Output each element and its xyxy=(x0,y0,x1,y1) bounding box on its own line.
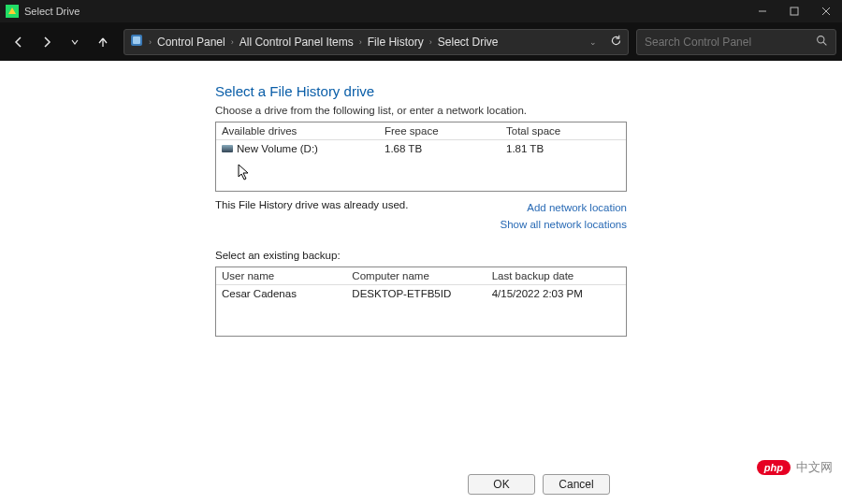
search-icon[interactable] xyxy=(816,35,828,50)
breadcrumb[interactable]: Select Drive xyxy=(438,36,499,49)
backups-header-row: User name Computer name Last backup date xyxy=(216,267,626,285)
existing-backup-label: Select an existing backup: xyxy=(215,250,842,261)
watermark-logo: php xyxy=(757,460,791,475)
show-all-network-locations-link[interactable]: Show all network locations xyxy=(500,216,627,233)
drive-icon xyxy=(222,145,233,152)
navbar: › Control Panel › All Control Panel Item… xyxy=(0,22,842,61)
window-title: Select Drive xyxy=(24,6,80,17)
col-computer-name[interactable]: Computer name xyxy=(346,267,486,284)
chevron-right-icon: › xyxy=(231,37,234,47)
forward-button[interactable] xyxy=(34,29,60,55)
button-bar: OK Cancel xyxy=(468,474,610,495)
backup-row[interactable]: Cesar Cadenas DESKTOP-ETFB5ID 4/15/2022 … xyxy=(216,285,626,302)
col-total-space[interactable]: Total space xyxy=(501,122,622,139)
minimize-button[interactable] xyxy=(747,0,778,22)
refresh-button[interactable] xyxy=(610,35,622,50)
ok-button[interactable]: OK xyxy=(468,474,535,495)
content-area: Select a File History drive Choose a dri… xyxy=(0,61,842,504)
up-button[interactable] xyxy=(90,29,116,55)
breadcrumb[interactable]: All Control Panel Items xyxy=(240,36,354,49)
search-box[interactable] xyxy=(636,29,836,55)
watermark-text: 中文网 xyxy=(796,459,833,476)
svg-rect-2 xyxy=(791,7,798,15)
drive-total: 1.81 TB xyxy=(501,140,622,157)
col-last-backup-date[interactable]: Last backup date xyxy=(486,267,626,284)
maximize-button[interactable] xyxy=(778,0,810,22)
drive-name: New Volume (D:) xyxy=(237,143,318,154)
chevron-right-icon: › xyxy=(149,37,152,47)
breadcrumb[interactable]: Control Panel xyxy=(157,36,225,49)
backups-listbox[interactable]: User name Computer name Last backup date… xyxy=(215,266,627,337)
col-user-name[interactable]: User name xyxy=(216,267,346,284)
search-input[interactable] xyxy=(645,36,804,49)
drives-listbox[interactable]: Available drives Free space Total space … xyxy=(215,122,627,192)
svg-rect-6 xyxy=(133,36,140,44)
col-available-drives[interactable]: Available drives xyxy=(216,122,379,139)
svg-point-7 xyxy=(818,36,824,42)
backup-date: 4/15/2022 2:03 PM xyxy=(486,285,626,302)
breadcrumb[interactable]: File History xyxy=(368,36,424,49)
add-network-location-link[interactable]: Add network location xyxy=(500,199,627,216)
recent-dropdown[interactable] xyxy=(62,29,88,55)
svg-line-8 xyxy=(823,42,826,45)
backup-computer: DESKTOP-ETFB5ID xyxy=(346,285,486,302)
instruction-text: Choose a drive from the following list, … xyxy=(215,105,842,116)
back-button[interactable] xyxy=(6,29,32,55)
titlebar: Select Drive xyxy=(0,0,842,22)
page-title: Select a File History drive xyxy=(215,83,842,99)
drive-row[interactable]: New Volume (D:) 1.68 TB 1.81 TB xyxy=(216,140,626,157)
chevron-right-icon: › xyxy=(359,37,362,47)
status-text: This File History drive was already used… xyxy=(215,199,408,233)
drive-free: 1.68 TB xyxy=(379,140,501,157)
cancel-button[interactable]: Cancel xyxy=(543,474,610,495)
watermark: php 中文网 xyxy=(757,459,833,476)
col-free-space[interactable]: Free space xyxy=(379,122,501,139)
drives-header-row: Available drives Free space Total space xyxy=(216,122,626,140)
close-button[interactable] xyxy=(810,0,842,22)
backup-user: Cesar Cadenas xyxy=(216,285,346,302)
chevron-down-icon[interactable]: ⌄ xyxy=(589,37,597,47)
chevron-right-icon: › xyxy=(429,37,432,47)
control-panel-icon xyxy=(130,34,143,50)
address-bar[interactable]: › Control Panel › All Control Panel Item… xyxy=(123,29,629,55)
app-icon xyxy=(6,5,19,18)
